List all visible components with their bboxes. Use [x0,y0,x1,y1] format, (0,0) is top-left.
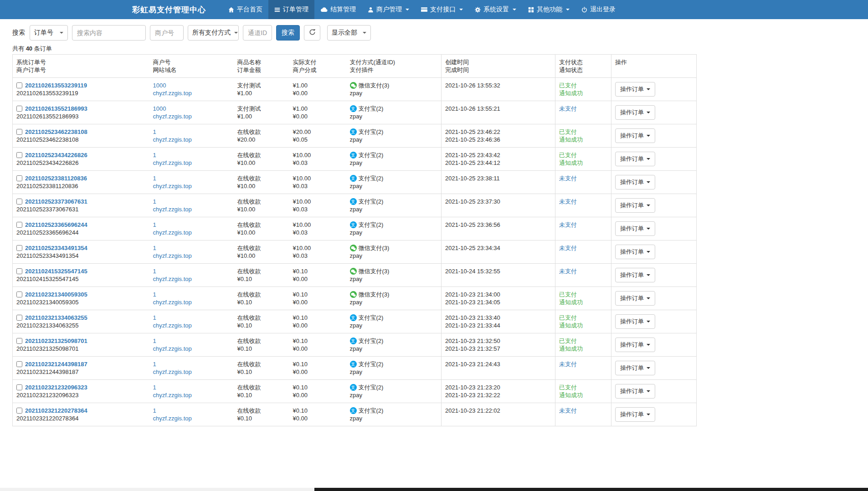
nav-item-label: 商户管理 [376,5,402,14]
system-order-link[interactable]: 2021102523365696244 [25,221,87,229]
system-order-link[interactable]: 2021102523343491354 [25,244,87,252]
column-header-line1: 支付方式(通道ID) [350,58,438,66]
row-checkbox[interactable] [16,152,22,158]
notify-status: 通知成功 [559,298,583,306]
search-keyword-input[interactable] [72,25,146,41]
horizontal-scrollbar[interactable] [0,488,868,491]
order-actions-button[interactable]: 操作订单 [615,82,655,97]
row-checkbox[interactable] [16,361,22,367]
row-checkbox[interactable] [16,175,22,181]
pay-method-select[interactable]: 所有支付方式 [188,25,239,41]
system-order-link[interactable]: 2021102321244398187 [25,360,87,368]
order-actions-button[interactable]: 操作订单 [615,407,655,422]
scrollbar-thumb[interactable] [314,488,868,491]
order-actions-button[interactable]: 操作订单 [615,361,655,375]
site-domain-link[interactable]: chyzf.zzgis.top [153,414,192,422]
order-actions-button[interactable]: 操作订单 [615,384,655,399]
merchant-id-link[interactable]: 1 [153,291,156,298]
system-order-link[interactable]: 2021102523462238108 [25,128,87,136]
order-actions-button[interactable]: 操作订单 [615,338,655,352]
system-order-link[interactable]: 2021102523381120836 [25,174,87,182]
nav-item-settlement[interactable]: 结算管理 [314,0,362,19]
search-button[interactable]: 搜索 [276,25,300,41]
system-order-link[interactable]: 2021102321340059305 [25,291,87,298]
site-domain-link[interactable]: chyzf.zzgis.top [153,89,192,97]
site-domain-link[interactable]: chyzf.zzgis.top [153,205,192,213]
order-actions-button[interactable]: 操作订单 [615,291,655,306]
nav-item-settings[interactable]: 系统设置 [469,0,522,19]
order-type-select[interactable]: 订单号 [30,25,68,41]
system-order-link[interactable]: 2021102321334063255 [25,314,87,322]
merchant-id-link[interactable]: 1 [153,384,156,391]
channel-id-input[interactable] [243,25,272,41]
nav-item-orders[interactable]: 订单管理 [268,0,314,19]
order-actions-button[interactable]: 操作订单 [615,198,655,213]
refresh-button[interactable] [304,25,320,41]
merchant-id-link[interactable]: 1000 [153,82,166,89]
order-actions-label: 操作订单 [620,248,644,256]
system-order-link[interactable]: 2021102613552186993 [25,105,87,113]
pay-plugin: zpay [350,159,362,167]
merchant-id-link[interactable]: 1 [153,337,156,345]
merchant-id-link[interactable]: 1 [153,174,156,182]
row-checkbox[interactable] [16,222,22,228]
row-checkbox[interactable] [16,82,22,88]
merchant-id-link[interactable]: 1 [153,151,156,159]
system-order-link[interactable]: 2021102523434226826 [25,151,87,159]
merchant-id-link[interactable]: 1 [153,221,156,229]
payment-amount-cell: ¥0.10¥0.00 [289,287,346,310]
site-domain-link[interactable]: chyzf.zzgis.top [153,322,192,329]
system-order-link[interactable]: 2021102613553239119 [25,82,87,89]
site-domain-link[interactable]: chyzf.zzgis.top [153,391,192,399]
merchant-id-link[interactable]: 1 [153,128,156,136]
row-checkbox[interactable] [16,106,22,112]
site-domain-link[interactable]: chyzf.zzgis.top [153,113,192,120]
site-domain-link[interactable]: chyzf.zzgis.top [153,182,192,190]
site-domain-link[interactable]: chyzf.zzgis.top [153,275,192,283]
row-checkbox[interactable] [16,338,22,344]
site-domain-link[interactable]: chyzf.zzgis.top [153,345,192,353]
site-domain-link[interactable]: chyzf.zzgis.top [153,159,192,167]
system-order-link[interactable]: 2021102321232096323 [25,384,87,391]
merchant-id-link[interactable]: 1 [153,407,156,414]
order-actions-button[interactable]: 操作订单 [615,314,655,329]
row-checkbox[interactable] [16,245,22,251]
system-order-link[interactable]: 2021102321220278364 [25,407,87,414]
order-actions-button[interactable]: 操作订单 [615,245,655,259]
display-filter-select[interactable]: 显示全部 [327,25,371,41]
site-domain-link[interactable]: chyzf.zzgis.top [153,298,192,306]
table-row: 202110241532554714520211024153255471451c… [13,264,697,287]
row-checkbox[interactable] [16,408,22,414]
merchant-id-link[interactable]: 1000 [153,105,166,113]
system-order-link[interactable]: 2021102415325547145 [25,267,87,275]
merchant-id-link[interactable]: 1 [153,267,156,275]
row-checkbox[interactable] [16,199,22,205]
order-actions-button[interactable]: 操作订单 [615,105,655,120]
nav-item-merchants[interactable]: 商户管理 [362,0,415,19]
nav-item-logout[interactable]: 退出登录 [575,0,621,19]
merchant-id-link[interactable]: 1 [153,198,156,205]
merchant-id-link[interactable]: 1 [153,314,156,322]
site-domain-link[interactable]: chyzf.zzgis.top [153,368,192,376]
merchant-id-link[interactable]: 1 [153,360,156,368]
order-actions-button[interactable]: 操作订单 [615,175,655,189]
order-actions-button[interactable]: 操作订单 [615,152,655,166]
row-checkbox[interactable] [16,268,22,274]
system-order-link[interactable]: 2021102523373067631 [25,198,87,205]
order-actions-button[interactable]: 操作订单 [615,128,655,143]
row-checkbox[interactable] [16,384,22,390]
row-checkbox[interactable] [16,292,22,297]
site-domain-link[interactable]: chyzf.zzgis.top [153,252,192,260]
nav-item-other[interactable]: 其他功能 [522,0,575,19]
merchant-id-input[interactable] [150,25,184,41]
site-domain-link[interactable]: chyzf.zzgis.top [153,136,192,143]
order-actions-button[interactable]: 操作订单 [615,268,655,282]
row-checkbox[interactable] [16,315,22,321]
row-checkbox[interactable] [16,129,22,135]
merchant-id-link[interactable]: 1 [153,244,156,252]
nav-item-home[interactable]: 平台首页 [222,0,268,19]
order-actions-button[interactable]: 操作订单 [615,221,655,236]
site-domain-link[interactable]: chyzf.zzgis.top [153,229,192,236]
nav-item-pay-api[interactable]: 支付接口 [415,0,469,19]
system-order-link[interactable]: 2021102321325098701 [25,337,87,345]
